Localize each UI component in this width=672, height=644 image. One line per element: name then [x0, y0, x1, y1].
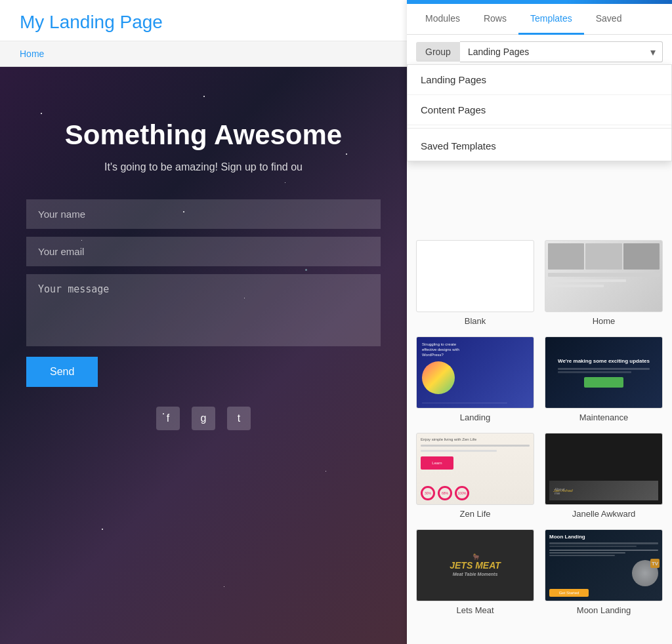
page-nav: Home	[0, 41, 407, 67]
dropdown-item-landing-pages[interactable]: Landing Pages	[408, 65, 671, 95]
page-header: My Landing Page	[0, 0, 407, 41]
template-thumb-zenlife: Enjoy simple living with Zen Life Learn …	[416, 433, 534, 505]
template-thumb-landing: Struggling to createeffective designs wi…	[416, 336, 534, 409]
template-name-home: Home	[593, 316, 616, 326]
template-card-home[interactable]: Home	[545, 240, 663, 326]
template-card-zenlife[interactable]: Enjoy simple living with Zen Life Learn …	[416, 433, 534, 519]
template-thumb-moonlanding: Moon Landing TV	[545, 529, 663, 601]
tab-saved[interactable]: Saved	[584, 4, 634, 35]
template-name-maintenance: Maintenance	[579, 413, 628, 422]
hero-section: Something Awesome It's going to be amazi…	[0, 67, 407, 644]
templates-panel: Modules Rows Templates Saved Group Landi…	[407, 0, 672, 644]
tab-modules[interactable]: Modules	[413, 4, 472, 35]
nav-home-link[interactable]: Home	[20, 49, 44, 59]
template-card-landing[interactable]: Struggling to createeffective designs wi…	[416, 336, 534, 422]
tab-bar: Modules Rows Templates Saved	[407, 4, 672, 35]
page-title: My Landing Page	[20, 12, 387, 33]
google-icon[interactable]: g	[192, 407, 215, 430]
group-label: Group	[416, 42, 460, 62]
name-input[interactable]	[26, 199, 381, 229]
dropdown-item-saved-templates[interactable]: Saved Templates	[408, 131, 671, 161]
template-card-letsmeat[interactable]: 🐂JETS MEATMeat Table Moments Lets Meat	[416, 529, 534, 615]
template-thumb-janelle: Award winning photograJanelle Awkwa Abou…	[545, 433, 663, 505]
dropdown-item-content-pages[interactable]: Content Pages	[408, 95, 671, 125]
template-card-janelle[interactable]: Award winning photograJanelle Awkwa Abou…	[545, 433, 663, 519]
template-thumb-home	[545, 240, 663, 312]
email-input[interactable]	[26, 237, 381, 266]
tab-rows[interactable]: Rows	[472, 4, 518, 35]
hero-form: Send	[0, 199, 407, 387]
template-thumb-letsmeat: 🐂JETS MEATMeat Table Moments	[416, 529, 534, 601]
hero-title: Something Awesome	[65, 119, 342, 151]
template-name-letsmeat: Lets Meat	[456, 605, 494, 615]
group-select[interactable]: Landing Pages Content Pages Saved Templa…	[460, 42, 662, 62]
tab-templates[interactable]: Templates	[518, 4, 584, 35]
template-name-moonlanding: Moon Landing	[577, 605, 631, 615]
template-name-blank: Blank	[465, 316, 486, 326]
hero-subtitle: It's going to be amazing! Sign up to fin…	[65, 161, 342, 173]
page-preview: My Landing Page Home Something Awesome I…	[0, 0, 407, 644]
group-select-wrapper: Landing Pages Content Pages Saved Templa…	[460, 41, 663, 62]
template-thumb-maintenance: We're making some exciting updates	[545, 336, 663, 409]
social-icons: f g t	[156, 407, 251, 430]
template-name-zenlife: Zen Life	[460, 509, 491, 519]
group-dropdown: Landing Pages Content Pages Saved Templa…	[407, 64, 672, 161]
facebook-icon[interactable]: f	[156, 407, 180, 430]
message-input[interactable]	[26, 274, 381, 346]
template-thumb-blank	[416, 240, 534, 312]
template-name-janelle: Janelle Awkward	[572, 509, 636, 519]
templates-grid: Blank Home Strugg	[416, 240, 663, 615]
template-card-blank[interactable]: Blank	[416, 240, 534, 326]
template-card-maintenance[interactable]: We're making some exciting updates Maint…	[545, 336, 663, 422]
send-button[interactable]: Send	[26, 357, 98, 387]
template-card-moonlanding[interactable]: Moon Landing TV	[545, 529, 663, 615]
hero-text: Something Awesome It's going to be amazi…	[65, 119, 342, 173]
template-name-landing: Landing	[460, 413, 490, 422]
dropdown-divider	[408, 128, 671, 129]
twitter-icon[interactable]: t	[227, 407, 251, 430]
